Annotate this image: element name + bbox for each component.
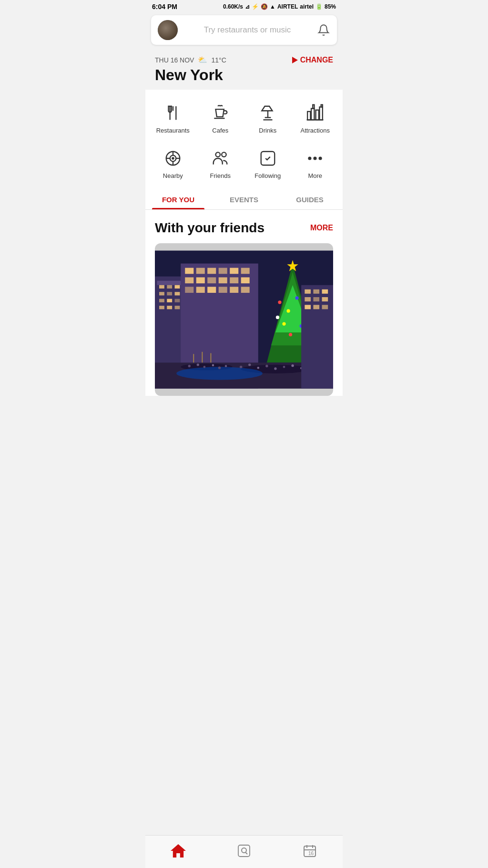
restaurant-icon [162, 102, 184, 124]
svg-rect-99 [313, 305, 319, 309]
svg-point-20 [216, 152, 221, 157]
status-bar: 6:04 PM 0.60K/s ⊿ ⚡ 🔕 ▲ AIRTEL airtel 🔋 … [145, 0, 343, 12]
svg-rect-100 [322, 305, 328, 309]
category-drinks[interactable]: Drinks [245, 98, 291, 138]
battery-icon: 🔋 [315, 3, 323, 10]
svg-point-79 [203, 366, 206, 368]
category-attractions[interactable]: Attractions [293, 98, 338, 138]
svg-point-89 [291, 364, 294, 367]
svg-point-80 [212, 364, 214, 367]
tabs-bar: FOR YOU EVENTS GUIDES [145, 188, 343, 210]
svg-rect-55 [196, 287, 205, 293]
svg-rect-32 [159, 292, 164, 295]
category-nearby[interactable]: Nearby [150, 144, 196, 183]
tab-for-you[interactable]: FOR YOU [145, 188, 211, 209]
svg-point-24 [314, 157, 316, 160]
svg-rect-48 [185, 277, 193, 283]
svg-point-25 [319, 157, 322, 160]
status-time: 6:04 PM [152, 3, 177, 10]
category-following[interactable]: Following [245, 144, 291, 183]
category-friends[interactable]: Friends [198, 144, 244, 183]
following-icon [257, 147, 279, 169]
svg-rect-43 [196, 268, 205, 274]
svg-rect-54 [185, 287, 193, 293]
svg-point-69 [289, 333, 292, 336]
svg-point-87 [274, 367, 276, 370]
svg-point-88 [283, 366, 285, 368]
svg-rect-58 [230, 287, 238, 293]
svg-point-64 [286, 309, 290, 312]
network-speed: 0.60K/s [223, 3, 243, 10]
carrier1: AIRTEL [277, 3, 298, 10]
category-cafes-label: Cafes [212, 127, 228, 134]
svg-rect-97 [322, 297, 328, 301]
change-location-button[interactable]: CHANGE [292, 56, 333, 64]
svg-point-86 [265, 365, 268, 367]
friends-section-title: With your friends [155, 220, 264, 236]
svg-rect-49 [196, 277, 205, 283]
svg-rect-51 [219, 277, 227, 283]
svg-point-63 [278, 300, 281, 304]
location-date-row: THU 16 NOV ⛅ 11°C CHANGE [155, 55, 333, 64]
friends-more-link[interactable]: MORE [310, 224, 333, 232]
svg-point-78 [197, 363, 199, 366]
svg-rect-95 [305, 297, 311, 301]
svg-point-83 [240, 366, 242, 368]
more-icon [304, 147, 326, 169]
svg-rect-57 [219, 287, 227, 293]
svg-rect-6 [307, 112, 310, 120]
svg-point-23 [309, 157, 311, 160]
tab-events[interactable]: EVENTS [211, 188, 277, 209]
friends-image-card[interactable] [155, 243, 333, 396]
notification-bell-icon[interactable] [317, 23, 330, 37]
svg-rect-45 [219, 268, 227, 274]
svg-rect-94 [322, 289, 328, 294]
category-drinks-label: Drinks [259, 127, 276, 134]
friends-section-header: With your friends MORE [155, 220, 333, 236]
svg-rect-46 [230, 268, 238, 274]
svg-rect-56 [207, 287, 216, 293]
svg-rect-35 [159, 299, 164, 302]
svg-rect-11 [313, 105, 315, 109]
svg-rect-29 [159, 285, 164, 289]
search-bar[interactable]: Try restaurants or music [151, 15, 337, 45]
carrier2: airtel [300, 3, 314, 10]
temperature: 11°C [211, 56, 226, 64]
user-avatar[interactable] [158, 20, 178, 40]
svg-rect-36 [167, 299, 172, 302]
svg-rect-59 [241, 287, 250, 293]
cafe-icon [209, 102, 231, 124]
nearby-icon [162, 147, 184, 169]
category-more-label: More [308, 172, 322, 179]
tab-guides[interactable]: GUIDES [277, 188, 343, 209]
search-placeholder[interactable]: Try restaurants or music [178, 25, 317, 35]
svg-point-81 [218, 366, 221, 369]
svg-rect-96 [313, 297, 319, 301]
svg-rect-31 [175, 285, 180, 289]
svg-rect-9 [320, 107, 323, 120]
battery-level: 85% [325, 3, 336, 10]
weather-icon: ⛅ [198, 55, 207, 64]
svg-rect-12 [321, 105, 323, 107]
svg-point-85 [257, 367, 260, 369]
category-restaurants[interactable]: Restaurants [150, 98, 196, 138]
mute-icon: 🔕 [261, 3, 268, 10]
category-more[interactable]: More [293, 144, 338, 183]
bluetooth-icon: ⚡ [252, 3, 259, 10]
svg-rect-8 [316, 110, 319, 120]
svg-rect-50 [207, 277, 216, 283]
location-arrow-icon [292, 57, 298, 63]
city-name: New York [155, 66, 333, 84]
svg-rect-92 [305, 289, 311, 294]
category-following-label: Following [254, 172, 281, 179]
svg-rect-33 [167, 292, 172, 295]
svg-point-65 [295, 296, 299, 300]
svg-rect-40 [175, 306, 180, 309]
status-right: 0.60K/s ⊿ ⚡ 🔕 ▲ AIRTEL airtel 🔋 85% [223, 3, 336, 10]
svg-rect-47 [241, 268, 250, 274]
date-weather: THU 16 NOV ⛅ 11°C [155, 55, 226, 64]
svg-rect-53 [241, 277, 250, 283]
category-cafes[interactable]: Cafes [198, 98, 244, 138]
svg-rect-30 [167, 285, 172, 289]
svg-rect-52 [230, 277, 238, 283]
